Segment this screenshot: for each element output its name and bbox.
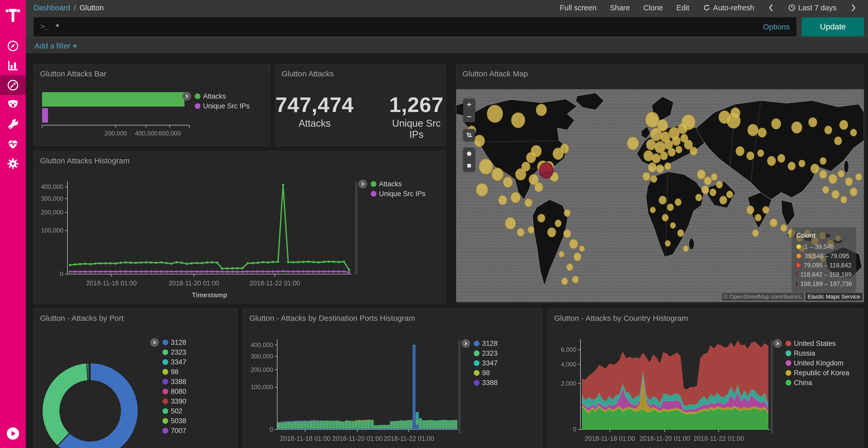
map-zoom-out-button[interactable] — [463, 110, 475, 122]
legend-color-dot — [162, 349, 168, 355]
panel-attacks-metric: Glutton Attacks 747,474 Attacks 1,267 Un… — [275, 64, 445, 146]
map-legend: Count 1 – 39,54839,548 – 79,09579,095 – … — [792, 227, 856, 292]
sidebar-item-visualize[interactable] — [0, 56, 26, 75]
collapse-nav-button[interactable] — [0, 424, 26, 443]
legend: United StatesRussiaUnited KingdomRepubli… — [773, 339, 849, 388]
legend-item[interactable]: 7007 — [162, 426, 186, 436]
map-legend-label: 79,095 – 118,642 — [804, 262, 851, 269]
legend-toggle-icon[interactable] — [358, 180, 367, 188]
filter-bar: Add a filter+ — [26, 38, 868, 54]
map-zoom-in-button[interactable] — [463, 99, 475, 110]
legend-item[interactable]: Republic of Korea — [785, 368, 849, 378]
legend-toggle-icon[interactable] — [773, 339, 782, 348]
svg-text:2018-11-22 01:00: 2018-11-22 01:00 — [383, 435, 434, 442]
query-value: * — [56, 22, 59, 32]
map-legend-item: 1 – 39,548 — [796, 242, 851, 251]
attacks-bar-chart[interactable]: 200,000400,000600,000 — [39, 92, 200, 140]
time-forward-button[interactable] — [850, 3, 857, 12]
legend-toggle-icon[interactable] — [150, 338, 159, 347]
legend-toggle-icon[interactable] — [461, 339, 470, 348]
bar-chart-icon — [7, 59, 19, 72]
legend-item[interactable]: 502 — [162, 406, 186, 416]
legend-toggle-icon[interactable] — [182, 92, 191, 101]
legend-item[interactable]: Unique Src IPs — [371, 189, 426, 199]
legend-item[interactable]: 3388 — [474, 378, 498, 388]
legend-item[interactable]: 3128 — [162, 338, 186, 347]
map-draw-polygon-button[interactable] — [463, 148, 475, 160]
legend-item[interactable]: 3390 — [162, 397, 186, 406]
legend-item[interactable]: Attacks — [195, 91, 250, 101]
fullscreen-menu-item[interactable]: Full screen — [560, 4, 596, 12]
svg-text:400,000: 400,000 — [41, 183, 63, 190]
options-link[interactable]: Options — [763, 23, 790, 31]
plus-icon: + — [72, 41, 77, 50]
dest-ports-chart[interactable]: 0100,000200,000300,000400,0002018-11-18 … — [243, 337, 465, 448]
svg-text:Timestamp: Timestamp — [657, 446, 693, 448]
legend-item[interactable]: United Kingdom — [785, 358, 849, 368]
legend-item[interactable]: 8080 — [162, 387, 186, 397]
metric-value: 747,474 — [275, 93, 354, 117]
svg-text:0: 0 — [60, 271, 63, 277]
legend-label: 502 — [171, 407, 182, 415]
svg-text:2018-11-22 01:00: 2018-11-22 01:00 — [250, 279, 300, 287]
svg-text:Timestamp: Timestamp — [350, 446, 385, 448]
map-fit-data-button[interactable] — [463, 129, 475, 141]
query-prompt-icon: >_ — [40, 23, 49, 31]
query-input[interactable]: >_ * Options — [34, 17, 797, 36]
metric-attacks: 747,474 Attacks — [275, 93, 354, 140]
clone-menu-item[interactable]: Clone — [643, 4, 663, 12]
legend-item[interactable]: Attacks — [371, 179, 426, 189]
sidebar-item-monitoring[interactable] — [0, 134, 26, 154]
legend-label: 98 — [482, 369, 490, 377]
auto-refresh-menu-item[interactable]: Auto-refresh — [703, 4, 754, 12]
attack-map[interactable]: Count 1 – 39,54839,548 – 79,09579,095 – … — [456, 89, 864, 302]
breadcrumb-dashboard-link[interactable]: Dashboard — [34, 4, 70, 12]
time-picker[interactable]: Last 7 days — [788, 4, 836, 12]
legend-item[interactable]: United States — [785, 339, 849, 348]
legend-item[interactable]: 98 — [474, 368, 498, 378]
sidebar-item-dashboard[interactable] — [0, 75, 26, 95]
sidebar-item-discover[interactable] — [0, 36, 26, 56]
legend-color-dot — [785, 370, 791, 376]
sidebar-item-tpot[interactable] — [0, 95, 26, 114]
navbar-menu: Full screen Share Clone Edit Auto-refres… — [560, 3, 857, 12]
legend-color-dot — [474, 370, 479, 376]
legend-label: 3128 — [482, 340, 498, 348]
legend-item[interactable]: 3347 — [162, 357, 186, 367]
map-attribution: © OpenStreetMap contributors, Elastic Ma… — [722, 293, 862, 301]
svg-text:2018-11-18 01:00: 2018-11-18 01:00 — [585, 435, 635, 442]
legend-label: Russia — [794, 349, 815, 357]
legend-item[interactable]: 3128 — [474, 339, 498, 348]
elastic-maps-attribution[interactable]: Elastic Maps Service — [805, 293, 862, 301]
legend-item[interactable]: China — [785, 378, 849, 388]
legend-color-dot — [474, 380, 479, 385]
legend-divider — [771, 340, 773, 434]
legend-item[interactable]: 2323 — [474, 348, 498, 358]
attacks-histogram-chart[interactable]: 0100,000200,000300,000400,0002018-11-18 … — [39, 177, 357, 301]
sidebar-item-management[interactable] — [0, 154, 26, 173]
map-draw-rectangle-button[interactable] — [463, 160, 475, 171]
panel-dest-ports-histogram: Glutton - Attacks by Destination Ports H… — [243, 308, 542, 448]
legend-item[interactable]: 3347 — [474, 358, 498, 368]
legend-item[interactable]: 5038 — [162, 416, 186, 426]
legend-color-dot — [162, 428, 168, 434]
legend-item[interactable]: 3388 — [162, 377, 186, 387]
play-circle-icon — [6, 427, 20, 440]
top-navbar: Dashboard / Glutton Full screen Share Cl… — [26, 0, 868, 15]
edit-menu-item[interactable]: Edit — [676, 4, 689, 12]
share-menu-item[interactable]: Share — [610, 4, 630, 12]
svg-text:0: 0 — [270, 426, 273, 433]
port-donut-chart[interactable] — [36, 360, 145, 448]
sidebar-item-devtools[interactable] — [0, 114, 26, 134]
legend-item[interactable]: 2323 — [162, 347, 186, 357]
time-back-button[interactable] — [768, 3, 774, 12]
add-filter-link[interactable]: Add a filter+ — [35, 41, 77, 50]
telekom-logo[interactable] — [0, 0, 26, 28]
update-button[interactable]: Update — [802, 17, 864, 36]
legend-item[interactable]: 98 — [162, 367, 186, 377]
legend-label: United Kingdom — [794, 359, 843, 367]
legend-item[interactable]: Unique Src IPs — [195, 101, 250, 111]
country-chart[interactable]: 02,0004,0006,0002018-11-18 01:002018-11-… — [548, 337, 778, 448]
panel-title: Glutton Attacks — [275, 64, 445, 83]
legend-item[interactable]: Russia — [785, 348, 849, 358]
